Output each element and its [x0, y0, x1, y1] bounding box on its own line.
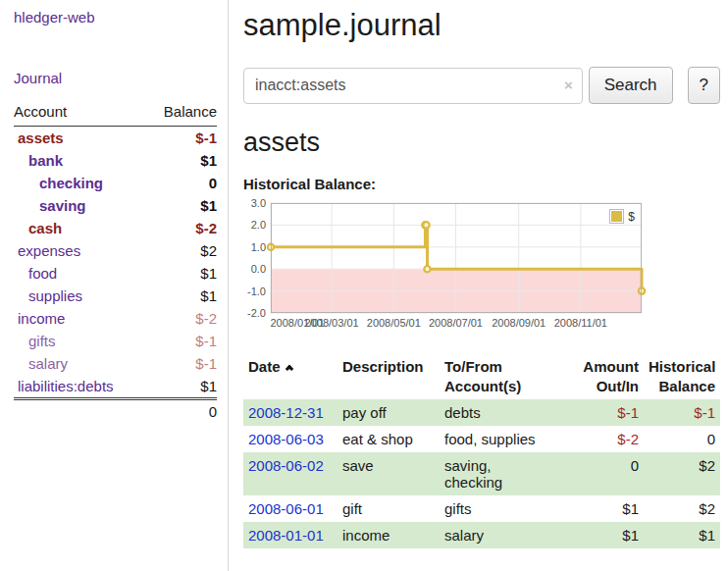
- main-content: sample.journal × Search ? assets Histori…: [230, 0, 728, 571]
- account-heading: assets: [243, 128, 720, 158]
- account-link[interactable]: assets: [18, 130, 64, 146]
- register-header-row: Date Description To/From Account(s) Amou…: [243, 353, 720, 399]
- account-row: food$1: [14, 262, 217, 285]
- y-tick-label: 3.0: [251, 197, 266, 209]
- y-tick-label: 1.0: [251, 241, 266, 253]
- transaction-balance: $-1: [644, 399, 720, 426]
- transaction-balance: 0: [644, 426, 720, 452]
- account-link[interactable]: gifts: [28, 333, 56, 349]
- account-link[interactable]: supplies: [28, 287, 82, 304]
- transaction-date-link[interactable]: 2008-12-31: [248, 404, 324, 421]
- transaction-description: income: [338, 522, 440, 548]
- historical-balance-chart: 3.02.01.00.0-1.0-2.0 $ 2008/01/012008/03…: [243, 203, 720, 332]
- transaction-balance: $2: [644, 452, 720, 495]
- y-tick-label: -1.0: [247, 286, 266, 297]
- legend-swatch-icon: [609, 209, 624, 224]
- register-row: 2008-06-01giftgifts$1$2: [243, 495, 720, 522]
- account-row: gifts$-1: [14, 330, 217, 352]
- account-link[interactable]: expenses: [18, 242, 80, 259]
- account-balance: $1: [146, 194, 217, 217]
- x-tick-label: 2008/09/01: [492, 317, 546, 329]
- sort-ascending-icon: [285, 365, 292, 373]
- account-link[interactable]: saving: [39, 197, 86, 214]
- register-row: 2008-06-03eat & shopfood, supplies$-20: [243, 426, 720, 452]
- x-tick-label: 2008/05/01: [367, 317, 421, 329]
- account-row: saving$1: [14, 194, 217, 217]
- transaction-accounts: gifts: [440, 495, 563, 522]
- journal-nav-link[interactable]: Journal: [14, 70, 217, 86]
- account-balance: $-2: [146, 307, 217, 330]
- transaction-date-link[interactable]: 2008-06-02: [248, 457, 324, 474]
- accounts-total-row: 0: [14, 399, 217, 424]
- accounts-balance-table: Account Balance assets$-1bank$1checking0…: [14, 101, 217, 423]
- register-header-accounts: To/From Account(s): [440, 353, 563, 399]
- transaction-description: gift: [338, 495, 440, 522]
- account-row: income$-2: [14, 307, 217, 330]
- account-balance: $-1: [146, 352, 217, 375]
- register-row: 2008-01-01incomesalary$1$1: [243, 522, 720, 548]
- register-row: 2008-06-02savesaving, checking0$2: [243, 452, 720, 495]
- transaction-description: eat & shop: [338, 426, 440, 452]
- page-title: sample.journal: [243, 8, 720, 43]
- transaction-accounts: debts: [440, 399, 563, 426]
- transaction-date-link[interactable]: 2008-06-03: [248, 431, 324, 447]
- chart-x-axis: 2008/01/012008/03/012008/05/012008/07/01…: [271, 317, 642, 332]
- transaction-amount: 0: [563, 452, 644, 495]
- register-header-description: Description: [338, 353, 440, 399]
- register-table: Date Description To/From Account(s) Amou…: [243, 353, 720, 548]
- account-link[interactable]: food: [28, 265, 57, 282]
- register-header-date-label: Date: [248, 358, 281, 375]
- account-row: bank$1: [14, 149, 217, 172]
- account-balance: $-1: [146, 127, 217, 150]
- x-tick-label: 2008/03/01: [305, 317, 359, 329]
- account-link[interactable]: checking: [39, 175, 103, 191]
- account-row: assets$-1: [14, 127, 217, 150]
- x-tick-label: 2008/07/01: [429, 317, 483, 329]
- account-balance: $1: [146, 149, 217, 172]
- transaction-accounts: saving, checking: [440, 452, 563, 495]
- search-input-wrap: ×: [243, 68, 583, 104]
- x-tick-label: 2008/11/01: [554, 317, 607, 329]
- accounts-header-balance: Balance: [146, 101, 217, 127]
- transaction-date-link[interactable]: 2008-06-01: [248, 500, 324, 517]
- accounts-table-body: assets$-1bank$1checking0saving$1cash$-2e…: [14, 127, 217, 399]
- account-row: cash$-2: [14, 217, 217, 239]
- chart-legend: $: [609, 209, 635, 224]
- search-button[interactable]: Search: [589, 67, 673, 104]
- clear-search-icon[interactable]: ×: [564, 77, 573, 93]
- transaction-amount: $1: [563, 495, 644, 522]
- account-row: checking0: [14, 172, 217, 194]
- help-button[interactable]: ?: [688, 67, 720, 104]
- account-link[interactable]: income: [18, 310, 65, 327]
- account-row: supplies$1: [14, 285, 217, 307]
- accounts-header-account: Account: [14, 101, 146, 127]
- y-tick-label: 2.0: [251, 219, 266, 231]
- account-link[interactable]: liabilities:debts: [18, 378, 114, 394]
- account-row: salary$-1: [14, 352, 217, 375]
- y-tick-label: -2.0: [247, 307, 266, 319]
- transaction-accounts: salary: [440, 522, 563, 548]
- transaction-balance: $2: [644, 495, 720, 522]
- account-balance: $1: [146, 375, 217, 399]
- chart-plot-area: [271, 203, 642, 313]
- account-link[interactable]: cash: [28, 220, 62, 236]
- transaction-amount: $-1: [563, 399, 644, 426]
- legend-label: $: [628, 210, 635, 224]
- account-balance: 0: [146, 172, 217, 194]
- transaction-balance: $1: [644, 522, 720, 548]
- transaction-amount: $1: [563, 522, 644, 548]
- app-title-link[interactable]: hledger-web: [14, 9, 217, 26]
- chart-plot-wrap: $ 2008/01/012008/03/012008/05/012008/07/…: [271, 203, 642, 332]
- transaction-description: pay off: [338, 399, 440, 426]
- account-balance: $-2: [146, 217, 217, 239]
- sidebar: hledger-web Journal Account Balance asse…: [0, 0, 229, 571]
- search-input[interactable]: [243, 68, 583, 104]
- account-balance: $-1: [146, 330, 217, 352]
- account-link[interactable]: salary: [28, 355, 68, 372]
- register-header-date[interactable]: Date: [243, 353, 338, 399]
- account-balance: $1: [146, 285, 217, 307]
- transaction-date-link[interactable]: 2008-01-01: [248, 527, 324, 544]
- account-balance: $2: [146, 239, 217, 262]
- account-link[interactable]: bank: [28, 152, 63, 169]
- register-table-body: 2008-12-31pay offdebts$-1$-12008-06-03ea…: [243, 399, 720, 548]
